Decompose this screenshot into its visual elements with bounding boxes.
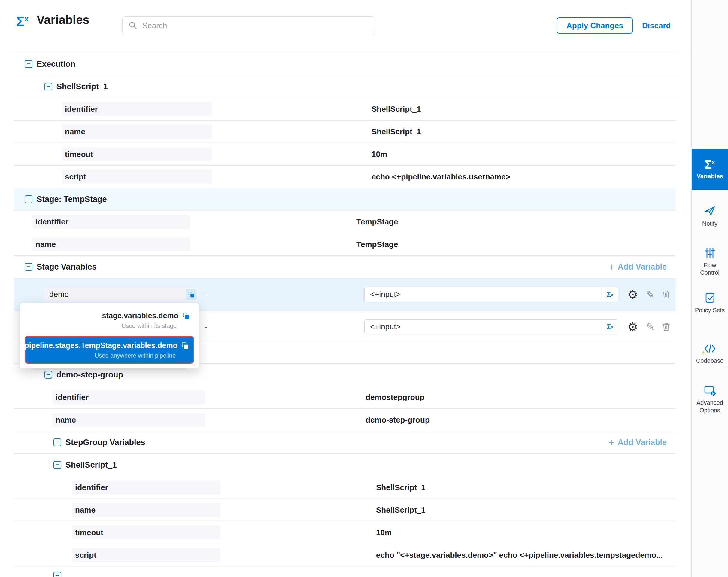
- variable-value-input[interactable]: <+input> Σx: [364, 287, 618, 302]
- field-value: 10m: [371, 150, 387, 159]
- search-box[interactable]: [122, 16, 375, 35]
- table-row: script echo "<+stage.variables.demo>" ec…: [14, 544, 676, 567]
- table-row: name TempStage: [14, 233, 676, 256]
- variable-name-input[interactable]: demo: [45, 287, 198, 301]
- field-key: name: [62, 125, 212, 139]
- field-key: timeout: [62, 147, 212, 161]
- field-value: TempStage: [357, 240, 398, 249]
- collapse-icon[interactable]: [25, 60, 32, 68]
- variable-path-option[interactable]: stage.variables.demo Used within its sta…: [25, 308, 194, 332]
- variable-type: -: [204, 290, 207, 299]
- group-label: StepGroup Variables: [66, 438, 145, 447]
- nav-item-variables[interactable]: Σx Variables: [692, 149, 728, 190]
- table-row-execution: Execution: [14, 53, 676, 75]
- code-brackets-icon: ⚠: [704, 343, 716, 354]
- field-value: echo <+pipeline.variables.username>: [371, 172, 510, 181]
- collapse-icon[interactable]: [45, 371, 52, 379]
- delete-variable-icon[interactable]: [662, 323, 670, 331]
- variable-path-option-selected[interactable]: pipeline.stages.TempStage.variables.demo…: [25, 336, 194, 363]
- copy-icon[interactable]: [186, 289, 197, 300]
- collapse-icon[interactable]: [45, 83, 52, 91]
- field-key: script: [72, 548, 220, 562]
- add-variable-button[interactable]: Add Variable: [609, 262, 667, 272]
- field-key: name: [72, 503, 220, 517]
- add-variable-button[interactable]: Add Variable: [609, 437, 667, 448]
- table-row: name demo-step-group: [14, 409, 676, 431]
- field-key: identifier: [53, 391, 205, 404]
- nav-item-advanced-options[interactable]: Advanced Options: [692, 385, 728, 414]
- collapse-icon[interactable]: [53, 438, 61, 446]
- group-label: Stage: TempStage: [37, 195, 107, 204]
- collapse-icon[interactable]: [25, 263, 32, 271]
- variable-settings-icon[interactable]: ⚙: [627, 288, 638, 301]
- table-row: identifier demostepgroup: [14, 386, 676, 409]
- top-header: Σx Variables Apply Changes Discard: [0, 0, 691, 51]
- nav-item-policy-sets[interactable]: Policy Sets: [692, 292, 728, 314]
- field-value: ShellScript_1: [371, 127, 421, 136]
- discard-button[interactable]: Discard: [642, 21, 671, 30]
- table-row: [14, 567, 676, 577]
- field-key: identifier: [62, 102, 212, 116]
- collapse-icon[interactable]: [53, 461, 61, 469]
- table-row: name ShellScript_1: [14, 121, 676, 143]
- collapse-icon[interactable]: [53, 572, 61, 577]
- group-label: ShellScript_1: [56, 82, 108, 91]
- delete-variable-icon[interactable]: [662, 290, 670, 299]
- table-row: identifier ShellScript_1: [14, 98, 676, 121]
- table-row: timeout 10m: [14, 143, 676, 166]
- table-row-stage: Stage: TempStage: [14, 188, 676, 211]
- table-row-stepgroup-variables: StepGroup Variables Add Variable: [14, 431, 676, 454]
- field-key: identifier: [32, 215, 190, 229]
- field-key: script: [62, 170, 212, 184]
- variables-panel: Execution ShellScript_1 identifier Shell…: [0, 51, 691, 577]
- search-input[interactable]: [142, 21, 374, 31]
- variable-type: -: [204, 322, 207, 332]
- group-label: ShellScript_1: [66, 460, 117, 470]
- group-label: Stage Variables: [37, 262, 97, 272]
- edit-variable-icon[interactable]: ✎: [646, 322, 655, 332]
- input-type-selector[interactable]: Σx: [602, 287, 618, 302]
- field-value: demo-step-group: [365, 415, 430, 425]
- apply-changes-button[interactable]: Apply Changes: [557, 18, 633, 34]
- table-row-step: ShellScript_1: [14, 75, 676, 98]
- plus-icon: [609, 437, 615, 448]
- advanced-options-icon: [704, 385, 716, 396]
- sliders-icon: [704, 247, 716, 258]
- field-key: name: [32, 237, 190, 251]
- field-value: ShellScript_1: [376, 483, 425, 492]
- variable-scope-hint: Used anywhere within pipeline: [95, 352, 176, 359]
- variable-path-popup: stage.variables.demo Used within its sta…: [20, 303, 199, 369]
- nav-item-notify[interactable]: Notify: [692, 205, 728, 227]
- table-row-step: ShellScript_1: [14, 454, 676, 476]
- check-shield-icon: [704, 292, 716, 303]
- nav-item-codebase[interactable]: ⚠ Codebase: [692, 343, 728, 365]
- right-nav: Σx Variables Notify Flow Control Policy …: [691, 0, 728, 577]
- field-value: echo "<+stage.variables.demo>" echo <+pi…: [376, 551, 663, 560]
- field-value: TempStage: [357, 217, 398, 227]
- table-row: timeout 10m: [14, 521, 676, 544]
- edit-variable-icon[interactable]: ✎: [646, 290, 655, 300]
- input-type-selector[interactable]: Σx: [602, 320, 618, 334]
- plus-icon: [609, 262, 615, 272]
- field-value: demostepgroup: [365, 393, 424, 402]
- variable-settings-icon[interactable]: ⚙: [627, 321, 638, 333]
- table-row: identifier ShellScript_1: [14, 476, 676, 499]
- paper-plane-icon: [704, 205, 716, 217]
- warning-icon: ⚠: [701, 350, 706, 356]
- copy-icon[interactable]: [181, 342, 189, 350]
- collapse-icon[interactable]: [25, 195, 32, 203]
- field-key: name: [53, 413, 205, 427]
- table-row: script echo <+pipeline.variables.usernam…: [14, 166, 676, 188]
- field-value: ShellScript_1: [376, 505, 425, 515]
- field-key: identifier: [72, 480, 220, 494]
- group-label: demo-step-group: [56, 370, 123, 380]
- variable-value-input[interactable]: <+input> Σx: [364, 320, 618, 334]
- field-value: 10m: [376, 528, 392, 537]
- field-value: ShellScript_1: [371, 105, 421, 114]
- group-label: Execution: [37, 59, 75, 69]
- search-icon: [129, 21, 137, 30]
- table-row-stage-variables: Stage Variables Add Variable: [14, 256, 676, 278]
- variable-scope-hint: Used within its stage: [122, 323, 177, 329]
- copy-icon[interactable]: [182, 312, 190, 320]
- nav-item-flow-control[interactable]: Flow Control: [692, 247, 728, 276]
